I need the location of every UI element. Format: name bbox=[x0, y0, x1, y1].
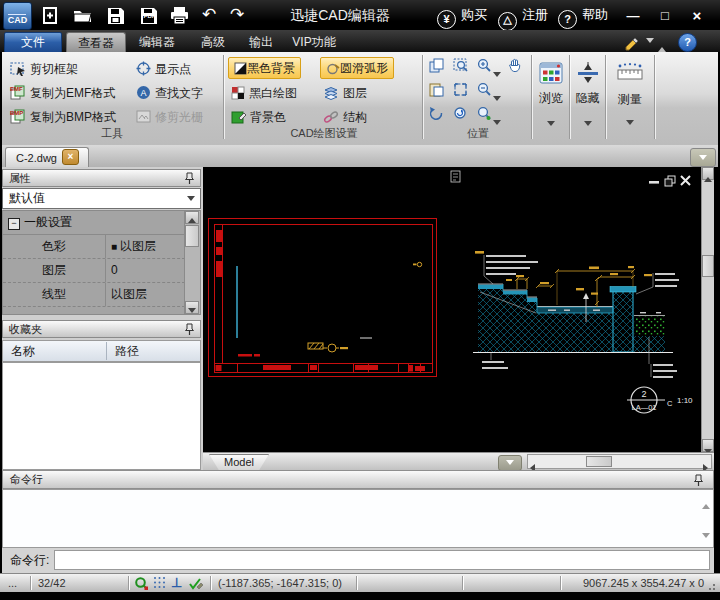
scroll-down-icon[interactable] bbox=[702, 524, 710, 542]
show-point-button[interactable]: 显示点 bbox=[136, 58, 191, 78]
property-section-row[interactable]: −一般设置 bbox=[3, 211, 200, 235]
commandline-header[interactable]: 命令行 bbox=[2, 470, 714, 489]
favorites-list[interactable] bbox=[2, 362, 201, 470]
section-collapse-icon[interactable]: − bbox=[8, 218, 20, 230]
measure-dropdown-icon[interactable] bbox=[626, 120, 634, 125]
commandline-prompt-label: 命令行: bbox=[10, 552, 49, 569]
structure-button[interactable]: 结构 bbox=[323, 106, 367, 126]
measure-button[interactable]: 测量 bbox=[607, 56, 653, 140]
property-row-color[interactable]: 色彩 ■以图层 bbox=[3, 235, 200, 259]
scroll-up-icon[interactable] bbox=[702, 495, 710, 513]
zoom-extents-button[interactable] bbox=[476, 106, 493, 123]
document-tab-close-button[interactable]: × bbox=[62, 149, 79, 165]
bw-drawing-button[interactable]: 黑白绘图 bbox=[231, 82, 297, 102]
properties-header[interactable]: 属性 bbox=[2, 169, 201, 187]
open-file-button[interactable] bbox=[69, 3, 95, 27]
mdi-minimize-icon[interactable] bbox=[649, 181, 659, 184]
osnap-toggle[interactable] bbox=[134, 576, 149, 594]
zoom-in-dropdown[interactable] bbox=[493, 63, 501, 81]
hide-button[interactable]: 隐藏 bbox=[571, 56, 604, 140]
print-button[interactable] bbox=[166, 3, 192, 27]
properties-scrollbar[interactable] bbox=[184, 211, 200, 314]
maximize-button[interactable]: □ bbox=[652, 6, 678, 25]
ortho-toggle[interactable]: ⊥ bbox=[171, 574, 182, 592]
paste-view-button[interactable] bbox=[428, 82, 445, 99]
buy-button[interactable]: ¥购买 bbox=[437, 4, 487, 26]
zoom-previous-button[interactable] bbox=[452, 106, 469, 123]
hide-dropdown-icon[interactable] bbox=[584, 121, 592, 126]
save-as-pdf-button[interactable]: PDF bbox=[135, 3, 161, 27]
scroll-up-button[interactable] bbox=[702, 167, 714, 180]
scroll-thumb[interactable] bbox=[586, 456, 612, 467]
pin-icon[interactable] bbox=[183, 172, 196, 185]
snap-style-toggle[interactable] bbox=[188, 576, 204, 594]
undo-button[interactable]: ↶ bbox=[196, 3, 222, 27]
rotate-view-button[interactable] bbox=[428, 106, 445, 123]
smooth-arc-toggle[interactable]: 圆滑弧形 bbox=[320, 57, 394, 79]
preset-dropdown-icon bbox=[187, 196, 195, 201]
column-divider[interactable] bbox=[106, 342, 107, 360]
tab-vip[interactable]: VIP功能 bbox=[286, 32, 342, 52]
tab-viewer[interactable]: 查看器 bbox=[66, 32, 126, 53]
canvas-hscrollbar[interactable] bbox=[527, 454, 712, 469]
browse-dropdown-icon[interactable] bbox=[547, 121, 555, 126]
grid-toggle[interactable] bbox=[153, 576, 166, 594]
black-background-toggle[interactable]: 黑色背景 bbox=[228, 57, 301, 79]
property-row-layer[interactable]: 图层 0 bbox=[3, 259, 200, 283]
commandline-history[interactable] bbox=[2, 489, 714, 548]
mdi-close-icon[interactable] bbox=[681, 176, 690, 185]
find-text-button[interactable]: A查找文字 bbox=[136, 82, 203, 102]
copy-emf-button[interactable]: EMF复制为EMF格式 bbox=[10, 82, 115, 102]
property-row-linetype[interactable]: 线型 以图层 bbox=[3, 283, 200, 307]
pan-button[interactable] bbox=[506, 57, 523, 74]
background-color-button[interactable]: 背景色 bbox=[231, 106, 286, 126]
tab-advanced[interactable]: 高级 bbox=[192, 32, 234, 52]
zoom-out-dropdown[interactable] bbox=[493, 87, 501, 105]
resize-grip[interactable] bbox=[708, 582, 718, 591]
scroll-thumb[interactable] bbox=[185, 225, 199, 247]
ribbon-help-button[interactable]: ? bbox=[678, 33, 697, 52]
tab-list-button[interactable] bbox=[690, 148, 716, 167]
file-menu-button[interactable]: 文件 bbox=[4, 32, 62, 53]
new-file-button[interactable] bbox=[36, 3, 62, 27]
save-button[interactable] bbox=[102, 3, 128, 27]
favorites-col-path[interactable]: 路径 bbox=[115, 341, 139, 361]
help-button[interactable]: ?帮助 bbox=[558, 4, 608, 26]
pin-icon[interactable] bbox=[183, 323, 196, 336]
scroll-down-button[interactable] bbox=[702, 439, 714, 452]
pin-icon[interactable] bbox=[692, 474, 705, 487]
cut-frame-button[interactable]: 剪切框架 bbox=[10, 58, 78, 78]
trim-raster-button[interactable]: 修剪光栅 bbox=[136, 106, 203, 126]
tab-output[interactable]: 输出 bbox=[240, 32, 282, 52]
mdi-restore-icon[interactable] bbox=[665, 176, 675, 186]
zoom-fit-button[interactable] bbox=[452, 82, 469, 99]
property-preset-select[interactable]: 默认值 bbox=[2, 188, 201, 209]
smooth-arc-icon bbox=[326, 62, 340, 75]
copy-bmp-button[interactable]: BMP复制为BMP格式 bbox=[10, 106, 116, 126]
zoom-in-button[interactable] bbox=[476, 58, 493, 75]
layers-button[interactable]: 图层 bbox=[323, 82, 367, 102]
tab-editor[interactable]: 编辑器 bbox=[130, 32, 184, 52]
detail-callout: 2 LA—01 C 1:10 bbox=[627, 387, 693, 413]
copy-view-button[interactable] bbox=[428, 58, 445, 75]
close-button[interactable]: × bbox=[684, 6, 710, 25]
commandline-input[interactable] bbox=[54, 550, 710, 570]
scroll-down-button[interactable] bbox=[185, 301, 199, 314]
zoom-window-icon bbox=[453, 58, 468, 73]
quick-edit-button[interactable] bbox=[622, 33, 654, 51]
status-coordinates: (-1187.365; -1647.315; 0) bbox=[218, 574, 342, 592]
layout-list-button[interactable] bbox=[498, 455, 522, 471]
drawing-viewport[interactable]: 2 LA—01 C 1:10 bbox=[203, 167, 701, 452]
minimize-button[interactable]: — bbox=[620, 6, 646, 25]
status-more-button[interactable]: ... bbox=[8, 574, 17, 592]
scroll-thumb[interactable] bbox=[702, 255, 714, 277]
favorites-header[interactable]: 收藏夹 bbox=[2, 320, 201, 338]
canvas-vscrollbar[interactable] bbox=[701, 167, 714, 452]
favorites-col-name[interactable]: 名称 bbox=[11, 341, 35, 361]
redo-button[interactable]: ↷ bbox=[224, 3, 250, 27]
browse-button[interactable]: 浏览 bbox=[534, 56, 568, 140]
zoom-window-button[interactable] bbox=[452, 58, 469, 75]
zoom-out-button[interactable] bbox=[476, 82, 493, 99]
register-button[interactable]: △注册 bbox=[498, 4, 548, 26]
scroll-up-button[interactable] bbox=[185, 211, 199, 224]
